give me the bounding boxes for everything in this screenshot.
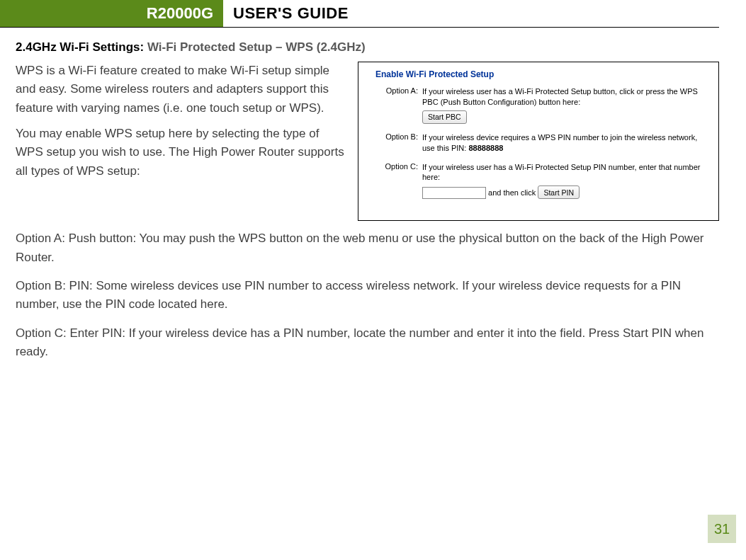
option-b-text: If your wireless device requires a WPS P… (422, 133, 697, 152)
page-header: R20000G USER'S GUIDE (0, 0, 719, 28)
option-b-label: Option B: (380, 132, 422, 154)
option-b-body: If your wireless device requires a WPS P… (422, 132, 711, 154)
option-b: Option B: If your wireless device requir… (380, 132, 711, 154)
screenshot-title: Enable Wi-Fi Protected Setup (375, 69, 711, 79)
body-option-a: Option A: Push button: You may push the … (16, 229, 719, 267)
option-a: Option A: If your wireless user has a Wi… (380, 86, 711, 124)
option-c: Option C: If your wireless user has a Wi… (380, 162, 711, 200)
intro-row: WPS is a Wi-Fi feature created to make W… (16, 62, 719, 221)
body-text: Option A: Push button: You may push the … (16, 229, 719, 361)
pin-input[interactable] (422, 187, 486, 199)
page-number: 31 (708, 515, 736, 543)
content: 2.4GHz Wi-Fi Settings: Wi-Fi Protected S… (0, 28, 746, 361)
body-option-b: Option B: PIN: Some wireless devices use… (16, 277, 719, 314)
option-a-label: Option A: (380, 86, 422, 124)
option-c-label: Option C: (380, 162, 422, 200)
start-pbc-button[interactable]: Start PBC (422, 110, 467, 124)
option-b-pin: 88888888 (468, 144, 503, 152)
section-suffix: Wi-Fi Protected Setup – WPS (2.4GHz) (147, 40, 366, 54)
option-a-text: If your wireless user has a Wi-Fi Protec… (422, 87, 698, 106)
intro-p2: You may enable WPS setup here by selecti… (16, 125, 348, 181)
section-title: 2.4GHz Wi-Fi Settings: Wi-Fi Protected S… (16, 40, 719, 55)
intro-p1: WPS is a Wi-Fi feature created to make W… (16, 62, 348, 118)
model-badge: R20000G (0, 0, 223, 27)
doc-title: USER'S GUIDE (223, 0, 349, 27)
start-pin-button[interactable]: Start PIN (538, 185, 580, 199)
option-a-body: If your wireless user has a Wi-Fi Protec… (422, 86, 711, 124)
body-option-c: Option C: Enter PIN: If your wireless de… (16, 324, 719, 362)
option-c-text: If your wireless user has a Wi-Fi Protec… (422, 163, 701, 182)
option-c-body: If your wireless user has a Wi-Fi Protec… (422, 162, 711, 200)
section-prefix: 2.4GHz Wi-Fi Settings: (16, 40, 147, 54)
screenshot-panel: Enable Wi-Fi Protected Setup Option A: I… (358, 62, 719, 221)
option-c-mid: and then click (486, 188, 538, 197)
intro-text: WPS is a Wi-Fi feature created to make W… (16, 62, 348, 188)
